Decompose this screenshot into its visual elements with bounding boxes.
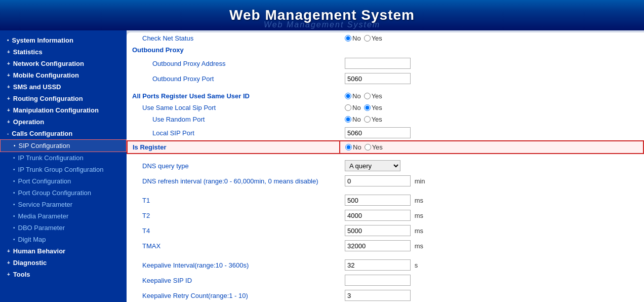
sidebar-item-network-configuration[interactable]: +Network Configuration [0,58,127,69]
keepalive-retry-row: Keepalive Retry Count(range:1 - 10) [127,288,643,302]
keepalive-sip-id-input[interactable] [345,275,411,286]
is-register-no-label[interactable]: No [345,143,361,151]
check-net-status-value: No Yes [340,32,643,44]
sidebar-label-ip-trunk-group-configuration: IP Trunk Group Configuration [18,166,104,173]
sidebar-item-manipulation-configuration[interactable]: +Manipulation Configuration [0,104,127,116]
is-register-label: Is Register [127,141,340,154]
t1-input[interactable] [345,195,411,206]
tmax-unit: ms [415,242,423,250]
use-same-local-sip-no-label[interactable]: No [345,104,361,111]
all-ports-yes-label[interactable]: Yes [364,92,382,100]
outbound-proxy-port-cell [340,71,643,86]
sidebar-bullet-statistics: + [7,49,10,55]
sidebar-item-media-parameter[interactable]: •Media Parameter [0,210,127,222]
sidebar-item-calls-configuration[interactable]: -Calls Configuration [0,128,127,139]
sidebar-bullet-routing-configuration: + [7,96,10,101]
sidebar-label-network-configuration: Network Configuration [13,60,84,67]
outbound-proxy-port-input[interactable] [345,73,411,84]
use-same-local-sip-row: Use Same Local Sip Port No Yes [127,102,643,114]
all-ports-no-label[interactable]: No [345,92,361,100]
sidebar-item-tools[interactable]: +Tools [0,269,127,280]
local-sip-port-input[interactable] [345,127,411,138]
sidebar-label-ip-trunk-configuration: IP Trunk Configuration [18,154,84,162]
use-same-local-sip-value: No Yes [340,102,643,114]
sidebar-bullet-ip-trunk-group-configuration: • [13,167,15,172]
keepalive-interval-unit: s [415,261,418,269]
sidebar-bullet-port-configuration: • [13,178,15,184]
use-random-port-label: Use Random Port [127,114,340,125]
t4-label: T4 [127,223,340,238]
is-register-yes-radio[interactable] [365,144,371,150]
use-random-port-value: No Yes [340,114,643,125]
use-random-port-yes-radio[interactable] [364,116,371,123]
use-random-port-row: Use Random Port No Yes [127,114,643,125]
keepalive-interval-input[interactable] [345,259,411,271]
t4-input[interactable] [345,225,411,236]
sidebar-bullet-port-group-configuration: • [13,190,15,196]
use-random-port-no-label[interactable]: No [345,116,361,123]
sidebar-item-mobile-configuration[interactable]: +Mobile Configuration [0,69,127,81]
use-random-port-yes-label[interactable]: Yes [364,116,382,123]
sidebar: •System Information+Statistics+Network C… [0,30,127,302]
sidebar-bullet-media-parameter: • [13,213,15,219]
sidebar-item-diagnostic[interactable]: +Diagnostic [0,257,127,269]
sidebar-bullet-tools: + [7,272,10,277]
keepalive-interval-cell: s [340,257,643,273]
dns-refresh-input[interactable] [345,175,411,186]
sidebar-bullet-diagnostic: + [7,260,10,266]
t4-row: T4 ms [127,223,643,238]
sidebar-item-operation[interactable]: +Operation [0,116,127,128]
all-ports-label: All Ports Register Used Same User ID [127,90,340,102]
use-random-port-no-radio[interactable] [345,116,351,123]
check-net-status-yes-label[interactable]: Yes [364,34,382,42]
use-same-local-sip-yes-radio[interactable] [364,104,371,111]
tmax-label: TMAX [127,238,340,253]
all-ports-no-radio[interactable] [345,93,351,99]
tmax-input[interactable] [345,240,411,251]
sidebar-item-port-group-configuration[interactable]: •Port Group Configuration [0,187,127,199]
sidebar-item-statistics[interactable]: +Statistics [0,46,127,58]
t2-unit: ms [415,212,423,219]
sidebar-item-port-configuration[interactable]: •Port Configuration [0,175,127,187]
check-net-status-no-radio[interactable] [345,35,351,42]
outbound-proxy-address-label: Outbound Proxy Address [127,56,340,71]
sidebar-item-service-parameter[interactable]: •Service Parameter [0,199,127,210]
sidebar-bullet-digit-map: • [13,237,15,242]
sidebar-item-ip-trunk-configuration[interactable]: •IP Trunk Configuration [0,152,127,164]
t2-input[interactable] [345,210,411,221]
t1-unit: ms [415,197,423,204]
sidebar-bullet-service-parameter: • [13,202,15,207]
sidebar-bullet-sip-configuration: • [14,143,16,148]
use-same-local-sip-no-radio[interactable] [345,104,351,111]
sidebar-bullet-ip-trunk-configuration: • [13,155,15,161]
local-sip-port-row: Local SIP Port [127,125,643,141]
sidebar-bullet-calls-configuration: - [7,131,9,136]
sidebar-item-human-behavior[interactable]: +Human Behavior [0,245,127,257]
all-ports-yes-radio[interactable] [364,93,371,99]
is-register-yes-label[interactable]: Yes [365,143,383,151]
sidebar-item-sip-configuration[interactable]: •SIP Configuration [0,139,127,152]
keepalive-retry-input[interactable] [345,290,411,301]
dns-refresh-row: DNS refresh interval (range:0 - 60,000mi… [127,173,643,188]
sidebar-item-ip-trunk-group-configuration[interactable]: •IP Trunk Group Configuration [0,164,127,175]
outbound-proxy-address-input[interactable] [345,58,411,69]
sidebar-label-sms-ussd: SMS and USSD [13,83,61,91]
sidebar-bullet-network-configuration: + [7,61,10,66]
main-layout: •System Information+Statistics+Network C… [0,30,644,302]
t1-cell: ms [340,193,643,208]
keepalive-interval-label: Keepalive Interval(range:10 - 3600s) [127,257,340,273]
outbound-proxy-section-row: Outbound Proxy [127,44,643,56]
sidebar-item-system-information[interactable]: •System Information [0,34,127,46]
outbound-proxy-port-label: Outbound Proxy Port [127,71,340,86]
check-net-status-yes-radio[interactable] [364,35,371,42]
is-register-no-radio[interactable] [345,144,352,150]
sidebar-label-routing-configuration: Routing Configuration [13,95,83,102]
sidebar-item-dbo-parameter[interactable]: •DBO Parameter [0,222,127,234]
sidebar-item-digit-map[interactable]: •Digit Map [0,234,127,245]
sidebar-item-routing-configuration[interactable]: +Routing Configuration [0,93,127,104]
dns-query-type-select[interactable]: A query SRV query NAPTR query [345,160,400,171]
check-net-status-no-label[interactable]: No [345,34,361,42]
sidebar-item-sms-ussd[interactable]: +SMS and USSD [0,81,127,93]
use-same-local-sip-yes-label[interactable]: Yes [364,104,382,111]
dns-query-type-label: DNS query type [127,158,340,173]
